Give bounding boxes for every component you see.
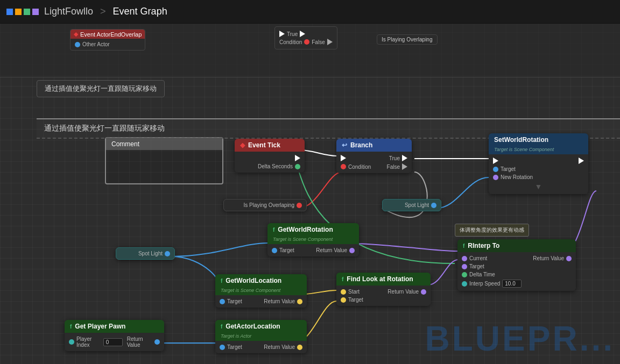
node-get-world-rotation[interactable]: f GetWorldRotation Target is Scene Compo… — [267, 223, 359, 256]
pin-cond-top — [304, 39, 309, 45]
pin-gal-return — [297, 345, 302, 350]
set-target-row: Target — [493, 166, 584, 172]
node-set-world-rotation[interactable]: SetWorldRotation Target is Scene Compone… — [489, 133, 588, 194]
interp-speed-input[interactable] — [502, 280, 522, 288]
node-rinterp-to[interactable]: f RInterp To Current Return Value Target… — [457, 239, 576, 291]
pin-set-target — [493, 167, 498, 172]
pin-true-out — [300, 31, 305, 37]
partial-is-playing-top: Is Playing Overlaping — [377, 34, 438, 45]
rinterp-target-row: Target — [462, 263, 572, 269]
spot-light-1-body: Spot Light — [382, 199, 441, 211]
gwl-target-row: Target Return Value — [220, 298, 302, 304]
node-get-player-pawn[interactable]: f Get Player Pawn Player Index Return Va… — [65, 320, 164, 351]
set-world-rotation-subtitle: Target is Scene Component — [489, 146, 588, 154]
breadcrumb-current[interactable]: Event Graph — [113, 6, 167, 17]
flr-start-row: Start Return Value — [341, 289, 426, 295]
node-get-actor-location[interactable]: f GetActorLocation Target is Actor Targe… — [215, 320, 307, 353]
node-get-world-location[interactable]: f GetWorldLocation Target is Scene Compo… — [215, 274, 307, 308]
rinterp-current-row: Current Return Value — [462, 255, 572, 261]
pin-other-actor — [75, 42, 80, 47]
rinterp-delta-row: Delta Time — [462, 272, 572, 277]
event-tick-header: ◆ Event Tick — [235, 139, 305, 152]
pin-new-rotation — [493, 175, 498, 180]
set-world-rotation-body: Target New Rotation ▼ — [489, 154, 588, 194]
branch-body: True Condition False — [336, 152, 412, 173]
branch-header: ↩ Branch — [336, 139, 412, 152]
pin-return-value — [566, 256, 572, 261]
blueprint-canvas[interactable]: LightFowllo > Event Graph ◆ Event ActorE… — [0, 0, 620, 364]
partial-node-overlap: ◆ Event ActorEndOverlap Other Actor — [70, 29, 145, 51]
get-world-rotation-header: f GetWorldRotation — [267, 223, 359, 236]
gal-subtitle: Target is Actor — [215, 333, 307, 341]
player-index-input[interactable] — [103, 338, 123, 346]
pin-gwl-target — [220, 299, 225, 304]
spot-light-1-row: Spot Light — [387, 202, 436, 208]
blueprint-watermark: BLUEPR... — [425, 319, 615, 359]
logo — [6, 9, 39, 15]
get-world-rotation-subtitle: Target is Scene Component — [267, 236, 359, 244]
event-tick-exec-out — [239, 155, 300, 161]
pin-gwl-return — [297, 299, 302, 304]
pin-flr-target — [341, 297, 346, 303]
breadcrumb-parent[interactable]: LightFowllo — [44, 6, 93, 17]
gwl-body: Target Return Value — [215, 295, 307, 308]
node-event-tick[interactable]: ◆ Event Tick Delta Seconds — [235, 139, 305, 173]
pin-delta-seconds — [295, 164, 300, 169]
spot-light-2-body: Spot Light — [116, 247, 175, 260]
logo-square-4 — [32, 9, 39, 15]
pin-gpp-return — [154, 339, 160, 345]
is-playing-body: Is Playing Overlaping — [223, 199, 307, 211]
branch-exec-row: True — [341, 155, 407, 161]
find-look-at-header: f Find Look at Rotation — [336, 273, 431, 286]
pin-condition — [341, 164, 346, 169]
gal-target-row: Target Return Value — [220, 344, 302, 350]
rinterp-speed-row: Interp Speed — [462, 280, 572, 288]
gal-body: Target Return Value — [215, 341, 307, 353]
get-actor-location-header: f GetActorLocation — [215, 320, 307, 333]
pin-false-out — [327, 39, 333, 45]
pin-player-index-pin — [69, 339, 74, 345]
gwl-subtitle: Target is Scene Component — [215, 287, 307, 295]
pin-delta-time — [462, 272, 467, 277]
pin-spot-light-1-out — [431, 203, 436, 208]
pin-gwr-target — [272, 248, 277, 253]
get-world-location-header: f GetWorldLocation — [215, 274, 307, 287]
pin-interp-speed — [462, 281, 467, 287]
find-look-at-body: Start Return Value Target — [336, 286, 431, 306]
node-spot-light-2[interactable]: Spot Light — [116, 247, 175, 260]
rinterp-body: Current Return Value Target Delta Time I… — [457, 252, 576, 291]
logo-square-1 — [6, 9, 13, 15]
pin-target-in — [462, 264, 467, 269]
set-exec-row — [493, 158, 584, 164]
set-world-rotation-header: SetWorldRotation — [489, 133, 588, 146]
event-tick-body: Delta Seconds — [235, 152, 305, 173]
top-section: ◆ Event ActorEndOverlap Other Actor True… — [0, 24, 620, 77]
rinterp-header: f RInterp To — [457, 239, 576, 252]
node-branch[interactable]: ↩ Branch True Condition False — [336, 139, 412, 173]
pin-flr-return — [421, 289, 426, 295]
breadcrumb-sep: > — [100, 6, 106, 17]
branch-condition-row: Condition False — [341, 163, 407, 170]
flr-target-row: Target — [341, 297, 426, 303]
breadcrumb: LightFowllo > Event Graph — [44, 6, 167, 17]
pin-is-playing-out — [297, 203, 302, 208]
pin-flr-start — [341, 289, 346, 295]
comment-node[interactable]: Comment — [105, 137, 223, 184]
is-playing-row: Is Playing Overlaping — [228, 202, 302, 208]
node-spot-light-1[interactable]: Spot Light — [382, 199, 441, 211]
node-find-look-at-rotation[interactable]: f Find Look at Rotation Start Return Val… — [336, 273, 431, 306]
pin-gal-target — [220, 345, 225, 350]
node-is-playing-overlapping[interactable]: Is Playing Overlaping — [223, 199, 307, 211]
logo-square-3 — [24, 9, 30, 15]
pin-gwr-return — [349, 248, 355, 253]
comment-header: Comment — [106, 138, 222, 150]
get-player-pawn-body: Player Index Return Value — [65, 333, 164, 351]
logo-square-2 — [15, 9, 22, 15]
zh-label-1: 通过插值使聚光灯一直跟随玩家移动 — [37, 80, 165, 97]
get-world-rotation-body: Target Return Value — [267, 244, 359, 256]
tooltip-rinterp: 体调整角度的效果更有动感 — [455, 224, 529, 237]
gwr-target-row: Target Return Value — [272, 247, 355, 253]
pin-exec-top — [279, 31, 285, 37]
topbar: LightFowllo > Event Graph — [0, 0, 620, 24]
event-tick-delta-row: Delta Seconds — [239, 163, 300, 169]
